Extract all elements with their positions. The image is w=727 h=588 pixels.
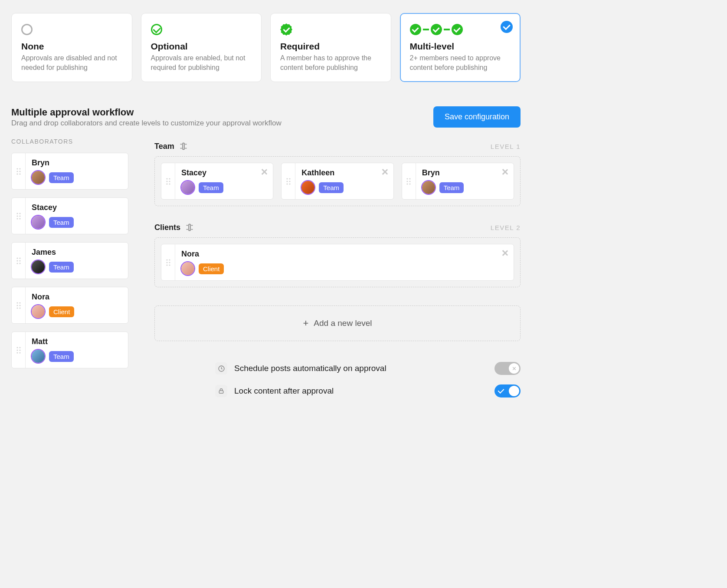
setting-schedule-toggle[interactable]: ✕ (494, 362, 521, 375)
svg-point-54 (166, 264, 167, 266)
option-multi-level[interactable]: Multi-level 2+ members need to approve c… (400, 13, 521, 82)
rename-icon[interactable] (185, 223, 194, 232)
drag-handle-icon[interactable] (402, 163, 416, 199)
workflow-subtitle: Drag and drop collaborators and create l… (11, 119, 282, 128)
svg-point-36 (169, 183, 170, 184)
level-dropzone[interactable]: Stacey Team Kathleen Team Bryn (154, 156, 521, 206)
svg-point-11 (19, 218, 20, 219)
svg-point-13 (19, 257, 20, 259)
setting-lock-label: Lock content after approval (234, 386, 334, 396)
option-required[interactable]: Required A member has to approve the con… (270, 13, 391, 82)
option-required-desc: A member has to approve the content befo… (280, 53, 381, 72)
svg-point-3 (19, 171, 20, 172)
drag-handle-icon[interactable] (12, 198, 26, 234)
person-card[interactable]: Matt Team (11, 332, 128, 368)
level-header: Team LEVEL 1 (154, 141, 521, 151)
avatar (32, 350, 45, 363)
person-name: James (32, 248, 121, 257)
svg-point-44 (409, 178, 411, 179)
remove-icon[interactable] (380, 168, 389, 176)
drag-handle-icon[interactable] (161, 244, 175, 280)
svg-point-46 (409, 181, 411, 182)
collaborators-column: COLLABORATORS Bryn Team Stacey Team (11, 138, 128, 407)
svg-point-43 (407, 178, 408, 179)
person-name: Stacey (32, 203, 121, 212)
rename-icon[interactable] (179, 141, 188, 151)
svg-point-14 (16, 260, 18, 261)
person-card[interactable]: Kathleen Team (281, 163, 393, 200)
svg-point-7 (19, 213, 20, 214)
svg-point-34 (169, 181, 170, 182)
drag-handle-icon[interactable] (12, 332, 26, 368)
drag-handle-icon[interactable] (12, 243, 26, 279)
level-name: Clients (154, 223, 180, 232)
svg-point-40 (289, 181, 290, 182)
setting-lock-toggle[interactable] (494, 384, 521, 397)
person-card[interactable]: Nora Client (11, 287, 128, 324)
person-card[interactable]: Nora Client (161, 244, 514, 281)
level-badge: LEVEL 2 (491, 224, 521, 231)
svg-point-39 (286, 181, 288, 182)
svg-point-8 (16, 215, 18, 217)
avatar (181, 181, 194, 194)
level-dropzone[interactable]: Nora Client (154, 237, 521, 287)
person-name: Bryn (422, 168, 507, 177)
svg-point-51 (169, 259, 170, 260)
drag-handle-icon[interactable] (282, 163, 295, 199)
svg-point-2 (16, 171, 18, 172)
clock-icon (215, 362, 227, 374)
svg-point-47 (407, 183, 408, 184)
svg-point-52 (166, 262, 167, 263)
remove-icon[interactable] (260, 168, 269, 176)
svg-point-48 (409, 183, 411, 184)
remove-icon[interactable] (501, 249, 509, 257)
option-optional-title: Optional (151, 41, 252, 52)
required-icon (280, 23, 292, 36)
avatar (32, 305, 45, 318)
option-optional[interactable]: Optional Approvals are enabled, but not … (141, 13, 262, 82)
save-configuration-button[interactable]: Save configuration (433, 106, 521, 128)
add-level-button[interactable]: + Add a new level (154, 305, 521, 341)
avatar (32, 216, 45, 229)
option-none-desc: Approvals are disabled and not needed fo… (21, 53, 122, 72)
svg-point-9 (19, 215, 20, 217)
avatar (301, 181, 314, 194)
avatar (32, 260, 45, 273)
levels-column: Team LEVEL 1 Stacey Team Kathleen (154, 138, 521, 407)
collaborators-heading: COLLABORATORS (11, 138, 128, 145)
selected-check-icon (501, 21, 513, 33)
svg-point-4 (16, 173, 18, 174)
optional-icon (151, 24, 162, 35)
svg-point-32 (169, 178, 170, 179)
role-chip: Team (49, 217, 74, 228)
role-chip: Client (199, 263, 224, 274)
svg-point-50 (166, 259, 167, 260)
svg-point-6 (16, 213, 18, 214)
role-chip: Team (49, 351, 74, 362)
svg-point-0 (16, 168, 18, 169)
person-name: Nora (32, 292, 121, 302)
svg-point-15 (19, 260, 20, 261)
remove-icon[interactable] (501, 168, 509, 176)
drag-handle-icon[interactable] (12, 153, 26, 189)
svg-point-22 (16, 307, 18, 309)
svg-point-37 (286, 178, 288, 179)
svg-point-21 (19, 305, 20, 306)
option-none[interactable]: None Approvals are disabled and not need… (11, 13, 132, 82)
person-card[interactable]: James Team (11, 242, 128, 279)
person-card[interactable]: Bryn Team (402, 163, 514, 200)
svg-point-19 (19, 302, 20, 303)
person-card[interactable]: Stacey Team (161, 163, 273, 200)
person-card[interactable]: Stacey Team (11, 197, 128, 234)
option-required-title: Required (280, 41, 381, 52)
level-badge: LEVEL 1 (491, 143, 521, 150)
svg-point-5 (19, 173, 20, 174)
drag-handle-icon[interactable] (161, 163, 175, 199)
drag-handle-icon[interactable] (12, 287, 26, 323)
svg-point-24 (16, 347, 18, 348)
svg-rect-57 (219, 391, 223, 394)
plus-icon: + (303, 318, 308, 329)
svg-point-38 (289, 178, 290, 179)
svg-point-41 (286, 183, 288, 184)
person-card[interactable]: Bryn Team (11, 153, 128, 190)
